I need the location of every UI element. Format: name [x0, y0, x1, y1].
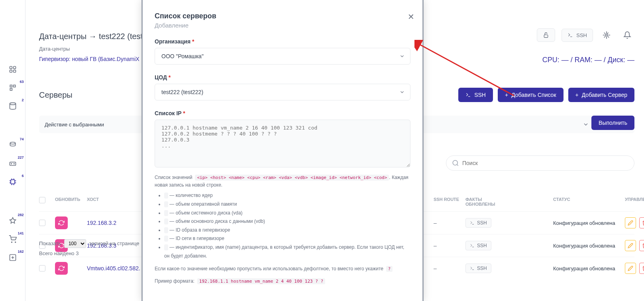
col-sshroute: SSH ROUTE [434, 197, 465, 207]
plus-icon: + [505, 92, 508, 98]
host-link[interactable]: 192.168.3.2 [87, 220, 116, 226]
refresh-icon[interactable] [55, 262, 68, 275]
svg-point-7 [10, 103, 16, 105]
svg-rect-9 [10, 162, 16, 165]
nav-item-1[interactable]: 63 [8, 83, 18, 92]
svg-rect-1 [13, 67, 16, 69]
ssh-chip[interactable]: SSH [465, 241, 491, 250]
status-text: Конфигурация обновлена [553, 220, 615, 226]
host-link[interactable]: Vmtwo.i405.cl02.582. [87, 265, 140, 271]
help-item: — объем основного диска с данными (vdb) [164, 217, 410, 226]
edit-icon[interactable] [625, 240, 636, 251]
nav-apps-icon[interactable] [8, 65, 18, 74]
gear-icon[interactable] [599, 28, 614, 42]
nav-item-3[interactable]: 74 [8, 140, 18, 150]
add-list-modal: ✕ Список серверов Добавление Организация… [141, 0, 424, 301]
refresh-icon[interactable] [55, 216, 68, 229]
help-item: — ID образа в гипервизоре [164, 226, 410, 235]
topbar-ssh-label: SSH [576, 32, 587, 38]
svg-point-14 [15, 242, 16, 243]
ssh-section-button[interactable]: SSH [458, 88, 493, 102]
ssh-chip[interactable]: SSH [465, 218, 491, 228]
help-item: — объем оперативной памяти [164, 200, 410, 209]
cod-label: ЦОД [155, 74, 167, 81]
org-select[interactable]: ООО "Ромашка" [155, 48, 410, 65]
chevron-down-icon[interactable] [583, 121, 589, 128]
org-label: Организация [155, 38, 190, 45]
plus-icon: + [575, 92, 579, 98]
example-help: Пример формата: 192.168.1.1 hostname vm_… [155, 277, 410, 285]
svg-line-21 [457, 164, 458, 165]
nav-item-8[interactable]: 162 [8, 253, 18, 262]
nav-badge-5: 6 [22, 174, 24, 178]
add-list-label: Добавить Список [511, 92, 556, 98]
resource-stats: CPU: — / RAM: — / Диск: — [542, 56, 634, 64]
bulk-action-label: Действие с выбранными [45, 122, 104, 128]
help-item: — объем системного диска (vda) [164, 209, 410, 218]
svg-rect-2 [10, 70, 12, 73]
cod-select[interactable]: test222 (test222) [155, 84, 410, 100]
delete-icon[interactable] [639, 217, 644, 228]
col-facts: ФАКТЫ ОБНОВЛЕНЫ [465, 197, 505, 207]
help-item: — количество ядер [164, 191, 410, 200]
close-icon[interactable]: ✕ [406, 12, 416, 22]
row-checkbox[interactable] [39, 220, 45, 226]
row-checkbox[interactable] [39, 265, 45, 271]
nav-item-4[interactable]: 227 [8, 159, 18, 168]
svg-rect-16 [544, 35, 548, 37]
nav-badge-4: 227 [18, 155, 24, 159]
nav-cpu-icon[interactable]: 6 [8, 177, 18, 187]
ip-list-textarea[interactable] [155, 120, 410, 167]
col-refresh: ОБНОВИТЬ [55, 197, 87, 207]
status-text: Конфигурация обновлена [553, 266, 615, 271]
search-icon [452, 159, 459, 167]
bell-icon[interactable] [620, 28, 634, 42]
help-item: — индентификатор, имя (name) датацентра,… [164, 243, 410, 260]
pagination: Показать 100 записей на странице Всего н… [39, 239, 139, 256]
add-list-button[interactable]: +Добавить Список [498, 88, 564, 102]
nav-db-icon[interactable]: 2 [8, 101, 18, 111]
section-title: Серверы [39, 90, 73, 100]
modal-subtitle: Добавление [155, 22, 410, 29]
nav-badge-2: 2 [22, 98, 24, 102]
page-size-select[interactable]: 100 [64, 239, 86, 248]
nav-badge-8: 162 [18, 250, 24, 254]
add-server-button[interactable]: +Добавить Сервер [568, 88, 634, 102]
svg-rect-5 [13, 85, 15, 87]
help-list: — количество ядер — объем оперативной па… [155, 191, 410, 260]
modal-title: Список серверов [155, 12, 410, 20]
nav-badge-3: 74 [20, 137, 24, 141]
nav-badge-6: 282 [18, 213, 24, 217]
search-input[interactable] [446, 155, 634, 171]
delete-icon[interactable] [639, 263, 644, 274]
nav-item-7[interactable]: 141 [8, 234, 18, 244]
svg-point-13 [11, 242, 12, 243]
edit-icon[interactable] [625, 263, 636, 274]
breadcrumb-sub[interactable]: Дата-центры [39, 46, 70, 52]
topbar-ssh-button[interactable]: SSH [562, 29, 593, 42]
hypervisor-link[interactable]: Гипервизор: новый ГВ (Базис.DynamiX [39, 56, 139, 62]
col-manage: УПРАВЛЕНИЕ [625, 197, 644, 207]
edit-icon[interactable] [625, 217, 636, 228]
ssh-label: SSH [474, 92, 486, 98]
svg-rect-12 [11, 180, 15, 184]
svg-rect-4 [10, 85, 12, 87]
pag-show: Показать [39, 240, 61, 246]
status-text: Конфигурация обновлена [553, 243, 615, 249]
nav-badge-1: 63 [20, 80, 24, 84]
svg-point-11 [14, 163, 14, 164]
help-intro: Список значений <ip> <host> <name> <cpu>… [155, 174, 410, 189]
ip-label: Список IP [155, 110, 181, 116]
svg-point-10 [11, 163, 12, 164]
execute-button[interactable]: Выполнить [591, 116, 634, 130]
svg-rect-6 [10, 89, 12, 90]
unlock-button[interactable] [537, 28, 555, 42]
select-all-checkbox[interactable] [39, 197, 45, 203]
delete-icon[interactable] [639, 240, 644, 251]
col-status: СТАТУС [553, 197, 625, 207]
svg-point-8 [10, 142, 15, 144]
nav-item-6[interactable]: 282 [8, 216, 18, 226]
breadcrumb: Дата-центры → test222 (test22 [39, 32, 151, 41]
add-server-label: Добавить Сервер [582, 92, 627, 98]
ssh-chip[interactable]: SSH [465, 264, 491, 273]
